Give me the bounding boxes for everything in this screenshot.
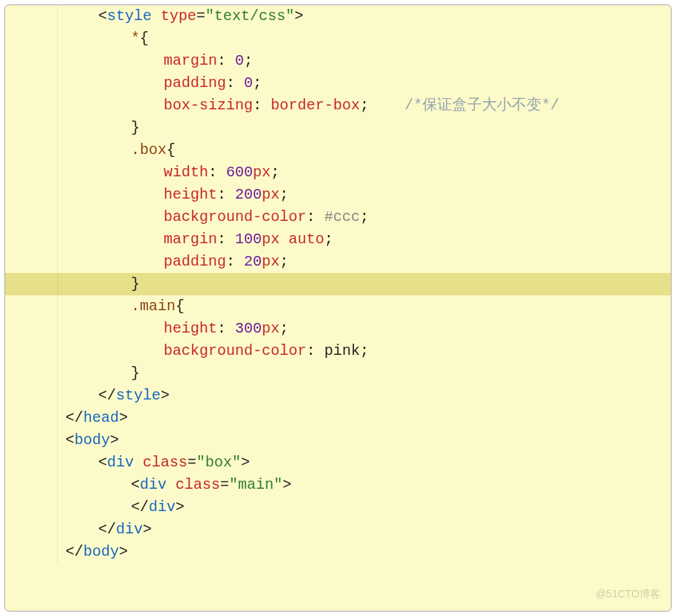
code-line: </style> (5, 385, 671, 407)
attr-value: "box" (196, 452, 241, 474)
code-line: <div class="main"> (5, 474, 671, 496)
code-line: } (5, 362, 671, 385)
attr-value: "main" (229, 474, 283, 496)
css-value: 100 (235, 228, 262, 251)
tag-name: div (149, 496, 176, 519)
code-line: padding: 20px; (5, 251, 671, 273)
code-line: .box{ (5, 139, 671, 161)
attr-name: class (176, 474, 220, 496)
css-value: 0 (235, 50, 244, 72)
tag-name: head (83, 407, 119, 429)
css-value: pink (324, 340, 360, 362)
css-prop: width (164, 161, 208, 184)
css-prop: background-color (164, 340, 306, 362)
code-panel: <style type="text/css"> *{ margin: 0; pa… (4, 4, 672, 612)
css-prop: margin (164, 228, 217, 251)
css-prop: padding (164, 251, 226, 273)
css-prop: padding (164, 72, 226, 94)
comment: /*保证盒子大小不变*/ (405, 94, 559, 117)
code-line: <div class="box"> (5, 452, 671, 474)
code-line: *{ (5, 28, 671, 50)
code-line: </div> (5, 496, 671, 519)
code-line: margin: 0; (5, 50, 671, 72)
code-line: </head> (5, 407, 671, 429)
tag-name: style (116, 385, 161, 407)
css-value: 20 (244, 251, 262, 273)
css-prop: height (164, 184, 217, 206)
unit: px (262, 184, 280, 206)
css-value: #ccc (324, 206, 360, 228)
css-prop: box-sizing (164, 94, 253, 117)
code-line: background-color: #ccc; (5, 206, 671, 228)
tag-name: body (83, 541, 119, 563)
css-value: 0 (244, 72, 253, 94)
tag-name: style (107, 5, 152, 28)
selector: * (131, 28, 140, 50)
code-line: background-color: pink; (5, 340, 671, 362)
css-value: 300 (235, 318, 262, 340)
tag-name: div (140, 474, 167, 496)
selector: .box (131, 139, 167, 161)
code-line: width: 600px; (5, 161, 671, 184)
attr-name: type (161, 5, 196, 28)
css-prop: height (164, 318, 217, 340)
code-line: <style type="text/css"> (5, 5, 671, 28)
bracket: < (98, 5, 107, 28)
css-value: border-box (271, 94, 360, 117)
selector: .main (131, 295, 176, 318)
attr-value: "text/css" (205, 5, 294, 28)
unit: px (262, 228, 280, 251)
code-line: height: 300px; (5, 318, 671, 340)
unit: px (253, 161, 271, 184)
watermark: @51CTO博客 (596, 583, 660, 605)
css-value: 600 (226, 161, 253, 184)
tag-name: div (107, 452, 134, 474)
code-line: <body> (5, 429, 671, 452)
tag-name: div (116, 519, 143, 541)
css-value: 200 (235, 184, 262, 206)
code-line: margin: 100px auto; (5, 228, 671, 251)
tag-name: body (74, 429, 110, 452)
code-line: } (5, 117, 671, 139)
code-line-highlighted: } (5, 273, 671, 295)
code-line: height: 200px; (5, 184, 671, 206)
css-prop: margin (164, 50, 217, 72)
css-prop: background-color (164, 206, 306, 228)
css-value: auto (289, 228, 324, 251)
unit: px (262, 251, 280, 273)
code-line: .main{ (5, 295, 671, 318)
code-line: padding: 0; (5, 72, 671, 94)
code-line: box-sizing: border-box; /*保证盒子大小不变*/ (5, 94, 671, 117)
unit: px (262, 318, 280, 340)
attr-name: class (143, 452, 187, 474)
code-line: </body> (5, 541, 671, 563)
code-line: </div> (5, 519, 671, 541)
